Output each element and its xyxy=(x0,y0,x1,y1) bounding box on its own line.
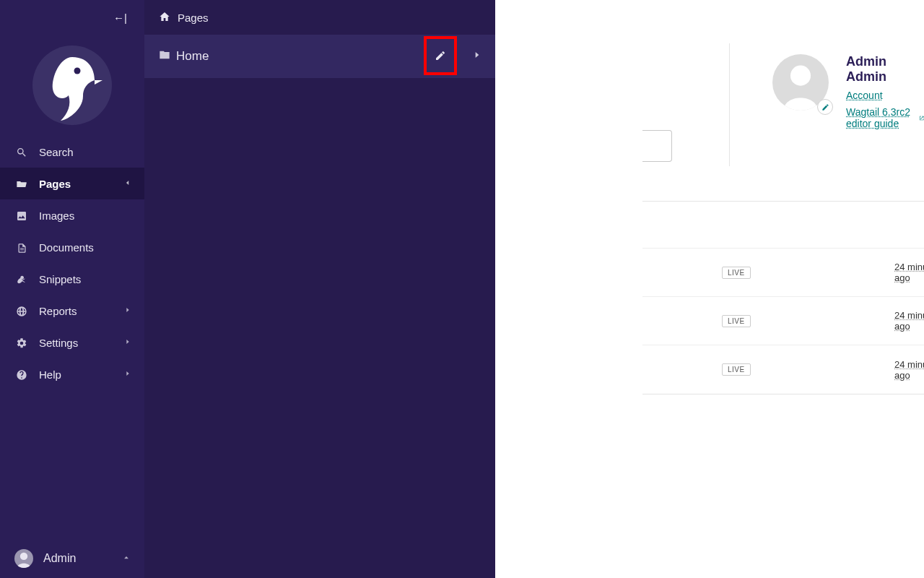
explorer-breadcrumb-label: Pages xyxy=(178,12,209,24)
search-input-partial[interactable] xyxy=(642,130,672,162)
svg-point-2 xyxy=(20,553,27,560)
help-icon xyxy=(14,368,29,381)
home-icon xyxy=(159,11,170,25)
external-link-icon xyxy=(919,113,924,123)
sidebar: ←| Search Pages xyxy=(0,0,144,578)
sidebar-user-menu[interactable]: Admin xyxy=(0,539,144,578)
activity-time: 24 minutes ago xyxy=(894,359,924,381)
page-explorer-panel: Pages Home xyxy=(144,0,495,578)
activity-panel: LIVE 24 minutes ago ··· LIVE 24 minutes … xyxy=(642,201,924,394)
sidebar-item-label: Help xyxy=(39,368,61,381)
folder-icon xyxy=(159,49,170,64)
activity-time: 24 minutes ago xyxy=(894,310,924,332)
explorer-row-label: Home xyxy=(176,49,209,64)
live-status-badge: LIVE xyxy=(722,363,751,376)
sidebar-user-name: Admin xyxy=(43,552,76,565)
sidebar-item-label: Settings xyxy=(39,337,78,349)
svg-point-0 xyxy=(790,66,811,86)
sidebar-item-label: Search xyxy=(39,146,74,158)
sidebar-item-label: Reports xyxy=(39,305,77,317)
expand-children-button[interactable] xyxy=(472,49,482,64)
chevron-up-icon xyxy=(123,554,130,563)
activity-row: LIVE 24 minutes ago ··· xyxy=(642,297,924,345)
activity-header xyxy=(642,202,924,249)
account-link[interactable]: Account xyxy=(846,90,883,101)
activity-row: LIVE 24 minutes ago ··· xyxy=(642,249,924,297)
divider xyxy=(729,43,730,166)
sidebar-item-label: Snippets xyxy=(39,273,81,285)
sidebar-item-images[interactable]: Images xyxy=(0,199,144,231)
folder-open-icon xyxy=(14,177,29,190)
svg-point-1 xyxy=(74,68,81,74)
gear-icon xyxy=(14,336,29,349)
sidebar-item-pages[interactable]: Pages xyxy=(0,168,144,199)
sidebar-item-help[interactable]: Help xyxy=(0,358,144,390)
live-status-badge: LIVE xyxy=(722,315,751,327)
search-icon xyxy=(14,145,29,158)
live-status-badge: LIVE xyxy=(722,267,751,279)
editor-guide-link-text: Wagtail 6.3rc2 editor guide xyxy=(846,106,915,129)
sidebar-item-settings[interactable]: Settings xyxy=(0,327,144,358)
profile-name: Admin Admin xyxy=(846,54,924,85)
sidebar-item-reports[interactable]: Reports xyxy=(0,295,144,327)
snippets-icon xyxy=(14,272,29,285)
sidebar-item-label: Documents xyxy=(39,241,94,254)
activity-time: 24 minutes ago xyxy=(894,262,924,283)
activity-row: LIVE 24 minutes ago ··· xyxy=(642,345,924,394)
sidebar-item-search[interactable]: Search xyxy=(0,136,144,168)
image-icon xyxy=(14,209,29,222)
sidebar-menu: Search Pages Images Documents xyxy=(0,136,144,390)
chevron-right-icon xyxy=(124,338,131,347)
avatar-small xyxy=(14,549,33,568)
profile-block: Admin Admin Account Wagtail 6.3rc2 edito… xyxy=(772,54,924,134)
chevron-left-icon xyxy=(124,179,131,188)
document-icon xyxy=(14,241,29,254)
logo[interactable] xyxy=(0,35,144,136)
globe-icon xyxy=(14,304,29,317)
editor-guide-link[interactable]: Wagtail 6.3rc2 editor guide xyxy=(846,106,924,129)
edit-page-button[interactable] xyxy=(424,36,457,75)
sidebar-item-documents[interactable]: Documents xyxy=(0,231,144,263)
explorer-breadcrumb-root[interactable]: Pages xyxy=(144,0,495,35)
chevron-right-icon xyxy=(124,370,131,379)
sidebar-item-label: Images xyxy=(39,210,74,222)
collapse-sidebar-button[interactable]: ←| xyxy=(113,12,127,24)
explorer-row-home[interactable]: Home xyxy=(144,35,495,78)
sidebar-item-label: Pages xyxy=(39,178,71,190)
edit-avatar-button[interactable] xyxy=(817,99,833,115)
sidebar-item-snippets[interactable]: Snippets xyxy=(0,263,144,295)
chevron-right-icon xyxy=(124,306,131,315)
